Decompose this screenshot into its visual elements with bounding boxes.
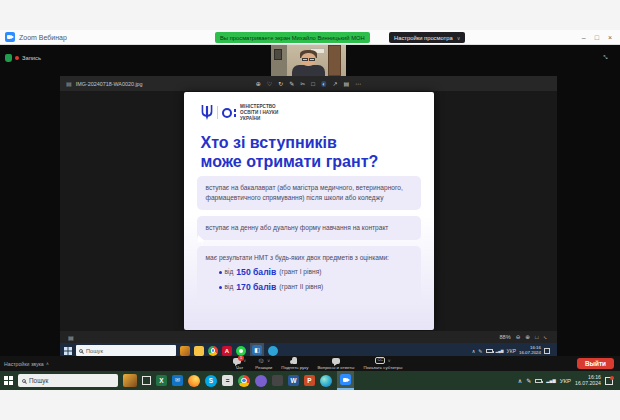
slide-header: МІНІСТЕРСТВО ОСВІТИ І НАУКИ УКРАЇНИ: [201, 104, 279, 122]
search-icon: [22, 379, 26, 383]
zoom-controls-group: 1 ∨ Чат ☺ ∨ Реакции Поднять руку: [233, 356, 402, 371]
print-icon: ▤: [344, 80, 350, 87]
photo-viewer-toolbar: ⊕ ♡ ↻ ✎ ✂ □ ◐ ↗ ▤ ⋯: [256, 80, 361, 87]
pen-icon[interactable]: ✎: [526, 377, 531, 384]
chat-icon: 1: [233, 358, 241, 364]
bullet-dot-icon: [219, 271, 222, 274]
chat-button[interactable]: 1 ∨ Чат: [233, 357, 246, 370]
score-list: від 150 балів (грант I рівня) від 170 ба…: [206, 266, 412, 294]
edit-icon: ✎: [289, 80, 294, 87]
skype-icon[interactable]: S: [205, 375, 217, 387]
score-item: від 170 балів (грант II рівня): [219, 281, 412, 294]
logo-divider: [217, 106, 218, 119]
photo-canvas: МІНІСТЕРСТВО ОСВІТИ І НАУКИ УКРАЇНИ Хто …: [60, 91, 557, 331]
smiley-icon: ☺: [257, 357, 265, 364]
battery-icon[interactable]: [535, 379, 542, 383]
window-controls: – □ ×: [582, 30, 616, 45]
calculator-icon[interactable]: =: [222, 375, 233, 386]
fit-screen-icon: □: [535, 334, 538, 340]
qa-button[interactable]: Вопросы и ответы: [317, 357, 354, 370]
mail-icon[interactable]: ✉: [172, 375, 183, 386]
network-signal-icon[interactable]: ▂▄▆: [546, 378, 555, 383]
clock[interactable]: 16:16 16.07.2024: [575, 375, 601, 386]
chevron-up-icon: ∧: [46, 361, 49, 366]
security-shield-icon[interactable]: [5, 54, 12, 62]
zoom-level: 88%: [499, 334, 510, 340]
audio-settings-label: Настройки звука: [4, 361, 44, 367]
inner-search-box: Пошук: [76, 345, 176, 356]
search-placeholder: Пошук: [29, 377, 48, 384]
screen-share-banner: Вы просматриваете экран Михайло Винницьк…: [215, 32, 370, 43]
start-icon: [64, 347, 72, 355]
pen-icon: ✎: [478, 348, 482, 354]
recording-dot-icon: [15, 56, 19, 60]
score-item: від 150 балів (грант I рівня): [219, 266, 412, 279]
start-button[interactable]: [4, 376, 13, 385]
chevron-down-icon: ∨: [387, 358, 390, 363]
photos-app-icon: ◧: [252, 345, 262, 355]
edge-icon[interactable]: [320, 375, 332, 387]
desktop: Zoom Вебинар Вы просматриваете экран Мих…: [0, 0, 620, 420]
chrome-icon: [208, 346, 218, 356]
reactions-button[interactable]: ☺ ∨ Реакции: [255, 357, 272, 370]
recording-label: Запись: [22, 55, 41, 61]
presentation-slide: МІНІСТЕРСТВО ОСВІТИ І НАУКИ УКРАЇНИ Хто …: [184, 92, 434, 330]
action-center-icon[interactable]: [605, 377, 613, 385]
ministry-name: МІНІСТЕРСТВО ОСВІТИ І НАУКИ УКРАЇНИ: [240, 104, 278, 122]
excel-icon[interactable]: X: [156, 375, 167, 386]
search-icon: [79, 349, 83, 353]
taskbar-search-box[interactable]: Пошук: [18, 374, 118, 387]
speaker-glasses: [302, 58, 315, 61]
bullet-dot-icon: [219, 286, 222, 289]
app-icon[interactable]: [272, 375, 283, 386]
captions-button[interactable]: CC ∨ Показать субтитры: [363, 357, 402, 370]
raise-hand-button[interactable]: Поднять руку: [281, 357, 308, 370]
chevron-down-icon: ∨: [267, 358, 270, 363]
zoom-toolbar: Настройки звука ∧ 1 ∨ Чат ☺ ∨ Реакции: [0, 356, 620, 371]
zoom-in-icon: ⊕: [525, 334, 530, 340]
powerpoint-icon[interactable]: P: [304, 375, 315, 386]
chevron-up-icon: ∧: [472, 348, 476, 354]
active-app-highlight: [337, 371, 354, 390]
qa-icon: [332, 358, 340, 364]
host-taskbar: Пошук X ✉ S = W P ∧ ✎ ▂▄▆ УКР 16:16 16.0…: [0, 371, 620, 390]
news-widget-icon[interactable]: [123, 374, 137, 387]
chevron-up-icon[interactable]: ∧: [518, 377, 522, 384]
crop-icon: ✂: [300, 80, 305, 87]
rotate-icon: ↻: [278, 80, 283, 87]
minimize-button[interactable]: –: [582, 34, 586, 41]
zoom-taskbar-icon[interactable]: [340, 374, 351, 385]
battery-icon: [486, 349, 493, 353]
filter-icon: ◐: [321, 81, 327, 87]
zoom-app-icon: [5, 32, 15, 42]
language-indicator[interactable]: УКР: [560, 378, 571, 384]
resize-icon: □: [311, 81, 315, 87]
audio-settings-button[interactable]: Настройки звука ∧: [4, 356, 49, 371]
search-placeholder: Пошук: [86, 348, 103, 354]
task-view-icon[interactable]: [142, 376, 151, 385]
clock: 16:16 16.07.2024: [519, 346, 541, 356]
chrome-icon[interactable]: [238, 375, 250, 387]
thumbnail-frame: [274, 49, 282, 60]
close-button[interactable]: ×: [608, 34, 612, 41]
widgets-icon: [180, 346, 190, 356]
shared-screen: ▤ IMG-20240718-WA0020.jpg ⊕ ♡ ↻ ✎ ✂ □ ◐ …: [60, 76, 557, 358]
more-icon: ⋯: [355, 80, 361, 87]
photo-viewer-titlebar: ▤ IMG-20240718-WA0020.jpg ⊕ ♡ ↻ ✎ ✂ □ ◐ …: [60, 76, 557, 91]
zoom-window-titlebar: Zoom Вебинар Вы просматриваете экран Мих…: [0, 30, 620, 45]
captions-icon: CC: [375, 357, 385, 364]
fullscreen-icon[interactable]: ↔: [600, 49, 613, 62]
viber-icon[interactable]: [255, 375, 267, 387]
system-tray: ∧ ✎ ▂▄▆ УКР 16:16 16.07.2024: [518, 375, 616, 386]
zoom-tool-icon: ⊕: [256, 80, 261, 87]
maximize-button[interactable]: □: [595, 34, 599, 41]
zoom-out-icon: ⊖: [516, 334, 521, 340]
card-text: має результати НМТ з будь-яких двох пред…: [206, 254, 389, 261]
view-settings-button[interactable]: Настройки просмотра ∨: [389, 32, 465, 43]
photo-viewer-statusbar: ▤ 88% ⊖ ⊕ □ ↔: [60, 331, 557, 343]
slide-card: вступає на денну або дуальну форму навча…: [197, 216, 421, 240]
word-icon[interactable]: W: [288, 375, 299, 386]
notification-badge: [610, 376, 614, 380]
firefox-icon[interactable]: [188, 375, 200, 387]
leave-button[interactable]: Выйти: [577, 358, 614, 369]
